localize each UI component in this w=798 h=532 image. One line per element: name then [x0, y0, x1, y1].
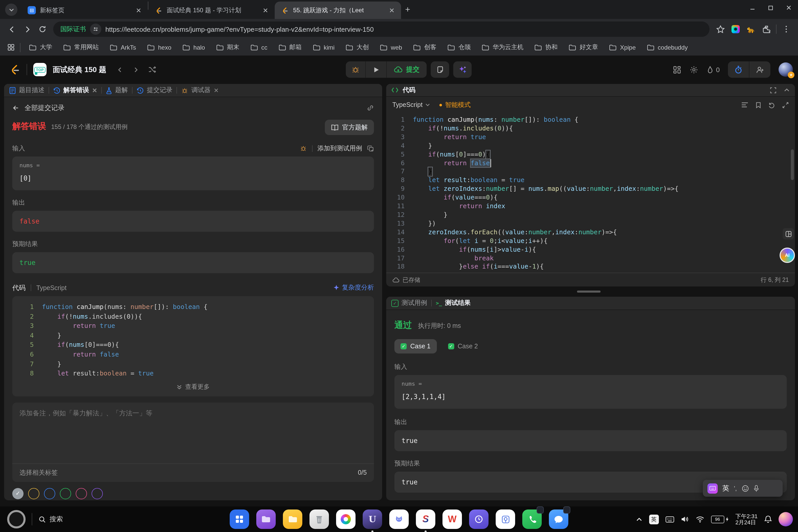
panel-resize-handle[interactable] — [577, 290, 601, 292]
left-tab-2[interactable]: 解答错误✕ — [53, 86, 97, 95]
browser-tab[interactable]: ▤新标签页✕ — [21, 2, 148, 19]
tag-color-circle[interactable] — [76, 488, 87, 499]
prev-problem-icon[interactable] — [117, 66, 123, 73]
tag-color-circle[interactable] — [28, 488, 39, 499]
screenshot-extension-icon[interactable] — [728, 21, 743, 37]
next-problem-icon[interactable] — [132, 66, 139, 73]
app-clock-dock-icon[interactable] — [469, 510, 489, 529]
fullscreen-icon[interactable] — [770, 87, 777, 93]
messages-dock-icon[interactable] — [549, 510, 568, 529]
copy-plus-icon[interactable] — [367, 145, 374, 152]
reset-code-icon[interactable] — [768, 101, 775, 108]
bookmark-folder[interactable]: 期末 — [210, 43, 245, 52]
bookmark-folder[interactable]: 大学 — [23, 43, 58, 52]
tab-close-icon[interactable]: ✕ — [388, 6, 396, 14]
bookmark-folder[interactable]: 创客 — [408, 43, 442, 52]
tag-color-circle[interactable] — [92, 488, 103, 499]
site-cert-badge[interactable]: 国际证书 — [60, 25, 86, 34]
left-tab-1[interactable]: 题目描述 — [9, 86, 44, 95]
folder-yellow-dock-icon[interactable] — [283, 510, 302, 529]
tray-ime-indicator[interactable]: 英 — [649, 514, 659, 524]
cat-extension-icon[interactable]: 🐆 — [743, 21, 759, 37]
cursor-position[interactable]: 行 6, 列 21 — [761, 276, 789, 284]
emoji-icon[interactable] — [741, 485, 749, 492]
language-selector[interactable]: TypeScript — [392, 101, 430, 109]
user-avatar[interactable] — [779, 62, 793, 77]
apps-grid-icon[interactable] — [7, 43, 15, 51]
browser-tab[interactable]: 面试经典 150 题 - 学习计划✕ — [148, 2, 275, 19]
collaborate-button[interactable] — [749, 61, 771, 78]
bookmark-folder[interactable]: halo — [177, 44, 210, 51]
plan-title[interactable]: 面试经典 150 题 — [53, 65, 107, 74]
editor-scrollbar[interactable] — [791, 149, 794, 180]
trash-dock-icon[interactable] — [309, 510, 329, 529]
browser-tab[interactable]: 55. 跳跃游戏 - 力扣（Leet✕ — [275, 2, 401, 19]
monaco-editor[interactable]: 1function canJump(nums: number[]): boole… — [386, 116, 795, 272]
browser-menu-icon[interactable] — [779, 21, 794, 37]
wps-writer-dock-icon[interactable]: W — [442, 510, 462, 529]
bookmark-folder[interactable]: 大创 — [340, 43, 375, 52]
test-input-box[interactable]: nums = [2,3,1,1,4] — [394, 375, 787, 409]
bookmark-folder[interactable]: hexo — [142, 44, 177, 51]
clock[interactable]: 下午2:31 2月24日 — [735, 513, 758, 526]
streak-counter[interactable]: 0 — [706, 65, 720, 74]
tab-close-icon[interactable]: ✕ — [135, 6, 143, 14]
bookmark-folder[interactable]: 仓颉 — [442, 43, 476, 52]
collapse-chevron-icon[interactable] — [784, 87, 790, 93]
bookmark-icon[interactable] — [756, 101, 761, 108]
smart-mode-toggle[interactable]: 智能模式 — [439, 100, 471, 109]
tab-close-icon[interactable]: ✕ — [261, 6, 270, 14]
ime-punct-indicator[interactable]: ’, — [734, 485, 737, 492]
back-button[interactable] — [4, 21, 19, 37]
timer-button[interactable] — [728, 61, 749, 78]
site-permissions-icon[interactable] — [90, 23, 101, 35]
ai-assistant-button[interactable] — [453, 61, 472, 78]
bookmark-folder[interactable]: Xpipe — [604, 44, 641, 51]
leetcode-logo[interactable] — [9, 63, 20, 76]
app-s-dock-icon[interactable]: S — [416, 510, 435, 529]
tab-search-button[interactable] — [5, 4, 17, 16]
tab-close-icon[interactable]: ✕ — [92, 87, 97, 94]
forward-button[interactable] — [19, 21, 35, 37]
debug-button[interactable] — [346, 61, 365, 78]
bookmark-folder[interactable]: 协和 — [529, 43, 563, 52]
case-chip[interactable]: ✓Case 2 — [442, 339, 484, 354]
left-tab-5[interactable]: 调试器✕ — [181, 86, 219, 95]
share-link-icon[interactable] — [367, 104, 374, 112]
bookmark-folder[interactable]: kimi — [307, 44, 340, 51]
view-more-button[interactable]: 查看更多 — [12, 379, 374, 394]
run-button[interactable] — [366, 61, 386, 78]
side-widget-icon[interactable] — [783, 228, 794, 240]
ime-keyboard-icon[interactable] — [707, 483, 718, 493]
settings-gear-icon[interactable] — [689, 65, 698, 74]
tag-selected-check[interactable]: ✓ — [12, 488, 23, 499]
reload-button[interactable] — [35, 21, 50, 37]
all-submissions-link[interactable]: 全部提交记录 — [24, 103, 64, 113]
app-u-dock-icon[interactable]: U — [363, 510, 382, 529]
submit-button[interactable]: 提交 — [387, 61, 426, 78]
debug-small-icon[interactable] — [300, 145, 307, 152]
battery-indicator[interactable]: 96 — [711, 515, 729, 523]
dock-search[interactable]: 搜索 — [38, 515, 63, 524]
tray-expand-icon[interactable] — [635, 516, 642, 522]
tab-close-icon[interactable]: ✕ — [213, 87, 219, 94]
case-chip[interactable]: ✓Case 1 — [394, 339, 437, 354]
complexity-analysis-link[interactable]: 复杂度分析 — [333, 283, 374, 292]
note-input[interactable]: 添加备注，例如「暴力解法」、「方法一」等 — [12, 403, 374, 463]
bookmark-folder[interactable]: codebuddy — [642, 44, 694, 51]
bookmark-folder[interactable]: 好文章 — [563, 43, 604, 52]
format-lines-icon[interactable] — [741, 101, 748, 108]
bookmark-folder[interactable]: 华为云主机 — [476, 43, 529, 52]
files-purple-dock-icon[interactable] — [256, 510, 276, 529]
app-pet-dock-icon[interactable] — [389, 510, 409, 529]
tray-user-avatar[interactable] — [779, 512, 793, 526]
launcher-button[interactable] — [7, 510, 25, 528]
study-plan-icon[interactable]: TOP — [33, 63, 46, 76]
ai-floating-button[interactable]: AI — [780, 248, 795, 263]
bookmark-star-icon[interactable] — [712, 21, 728, 37]
tab-testcases[interactable]: ✓ 测试用例 — [391, 299, 427, 307]
bookmark-folder[interactable]: 邮箱 — [273, 43, 307, 52]
tag-color-circle[interactable] — [60, 488, 71, 499]
notification-bell-icon[interactable] — [764, 515, 772, 523]
submission-input-box[interactable]: nums = [0] — [12, 156, 374, 190]
